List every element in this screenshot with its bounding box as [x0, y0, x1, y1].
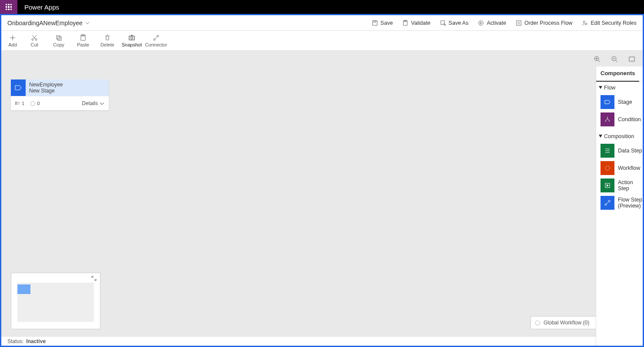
copy-icon — [55, 34, 62, 41]
stage-icon — [601, 95, 614, 109]
condition-icon — [601, 112, 614, 126]
app-launcher-button[interactable] — [0, 0, 17, 14]
chevron-down-icon — [100, 101, 104, 106]
global-workflow-label: Global Workflow (0) — [544, 320, 589, 326]
order-icon — [516, 20, 522, 26]
chevron-down-icon — [85, 21, 90, 25]
components-panel: Components Pro Flow Stage Condition Comp… — [596, 66, 643, 346]
minimap-expand-button[interactable] — [91, 275, 97, 281]
cut-button[interactable]: Cut — [22, 31, 47, 51]
workflow-icon — [601, 161, 614, 175]
svg-point-5 — [479, 20, 484, 25]
stage-name: New Stage — [29, 88, 105, 94]
section-composition[interactable]: Composition — [596, 131, 643, 140]
svg-rect-15 — [129, 36, 134, 40]
svg-point-9 — [32, 39, 33, 40]
component-stage[interactable]: Stage — [596, 95, 643, 109]
connector-icon — [153, 34, 160, 41]
minimap-node — [17, 284, 30, 294]
svg-rect-6 — [517, 20, 521, 25]
status-value: Inactive — [26, 338, 46, 344]
process-actions: Save Validate Save As Activate Order Pro… — [372, 20, 637, 26]
section-flow[interactable]: Flow — [596, 82, 643, 92]
workflow-icon — [535, 321, 540, 325]
collapse-icon — [599, 86, 602, 89]
stage-icon — [11, 79, 26, 96]
camera-icon — [128, 34, 135, 41]
save-as-button[interactable]: Save As — [440, 20, 469, 26]
copy-button[interactable]: Copy — [47, 31, 71, 51]
tab-properties[interactable]: Pro — [639, 66, 644, 82]
tab-components[interactable]: Components — [596, 66, 639, 82]
security-icon — [582, 20, 588, 26]
save-button[interactable]: Save — [372, 20, 393, 26]
waffle-icon — [6, 4, 12, 10]
paste-button[interactable]: Paste — [71, 31, 95, 51]
stage-card[interactable]: NewEmployee New Stage 1 0 Details — [11, 79, 109, 110]
component-flow-step[interactable]: Flow Step (Preview) — [596, 196, 643, 210]
svg-point-17 — [153, 39, 155, 40]
process-name-dropdown[interactable]: OnboardingANewEmployee — [7, 20, 90, 26]
order-process-button[interactable]: Order Process Flow — [516, 20, 572, 26]
validate-button[interactable]: Validate — [402, 20, 430, 26]
component-action-step[interactable]: Action Step — [596, 178, 643, 192]
zoom-out-icon — [611, 56, 618, 63]
stage-workflows-count: 0 — [30, 101, 40, 106]
svg-point-24 — [605, 166, 610, 170]
plus-icon — [9, 34, 16, 41]
save-icon — [372, 20, 378, 26]
svg-point-27 — [608, 200, 610, 202]
stage-titles: NewEmployee New Stage — [26, 79, 109, 96]
save-as-icon — [440, 20, 446, 26]
delete-button[interactable]: Delete — [95, 31, 120, 51]
zoom-out-button[interactable] — [611, 55, 618, 63]
zoom-controls — [593, 55, 636, 63]
app-topbar: Power Apps — [0, 0, 644, 14]
stage-entity: NewEmployee — [29, 82, 105, 88]
connector-button[interactable]: Connector — [144, 31, 168, 51]
stage-details-toggle[interactable]: Details — [82, 100, 104, 106]
stage-steps-count: 1 — [15, 101, 24, 106]
flow-step-icon — [601, 196, 614, 210]
canvas[interactable]: NewEmployee New Stage 1 0 Details — [1, 51, 643, 336]
action-step-icon — [601, 178, 614, 192]
toolbar: Add Cut Copy Paste Delete Snapshot Conne… — [1, 31, 643, 51]
paste-icon — [80, 34, 87, 41]
stage-footer: 1 0 Details — [11, 96, 109, 110]
zoom-in-icon — [594, 56, 601, 63]
status-bar: Status: Inactive — [1, 336, 643, 346]
svg-rect-1 — [374, 20, 376, 22]
svg-rect-23 — [16, 103, 17, 104]
workflow-icon — [30, 101, 35, 106]
svg-point-8 — [586, 23, 587, 25]
svg-rect-11 — [57, 36, 60, 39]
activate-icon — [478, 20, 484, 26]
svg-point-16 — [131, 37, 133, 39]
component-data-step[interactable]: Data Step — [596, 144, 643, 158]
snapshot-button[interactable]: Snapshot — [120, 31, 144, 51]
add-button[interactable]: Add — [3, 31, 22, 51]
zoom-in-button[interactable] — [593, 55, 601, 63]
clipboard-icon — [402, 20, 408, 26]
fit-icon — [628, 56, 635, 63]
scissors-icon — [31, 34, 38, 41]
steps-icon — [15, 101, 20, 106]
svg-rect-0 — [373, 20, 377, 25]
minimap-viewport — [17, 283, 94, 322]
app-title: Power Apps — [17, 3, 66, 11]
svg-point-10 — [35, 39, 37, 40]
stage-header: NewEmployee New Stage — [11, 79, 109, 96]
svg-point-26 — [605, 204, 607, 205]
component-condition[interactable]: Condition — [596, 112, 643, 126]
svg-rect-21 — [629, 57, 634, 61]
collapse-icon — [599, 135, 602, 138]
fit-screen-button[interactable] — [628, 55, 636, 63]
editor-frame: OnboardingANewEmployee Save Validate Sav… — [0, 14, 644, 347]
component-workflow[interactable]: Workflow — [596, 161, 643, 175]
process-name-text: OnboardingANewEmployee — [7, 20, 83, 26]
panel-tabs: Components Pro — [596, 66, 643, 82]
minimap[interactable] — [11, 273, 100, 329]
edit-security-button[interactable]: Edit Security Roles — [582, 20, 637, 26]
process-header: OnboardingANewEmployee Save Validate Sav… — [1, 15, 643, 31]
activate-button[interactable]: Activate — [478, 20, 506, 26]
